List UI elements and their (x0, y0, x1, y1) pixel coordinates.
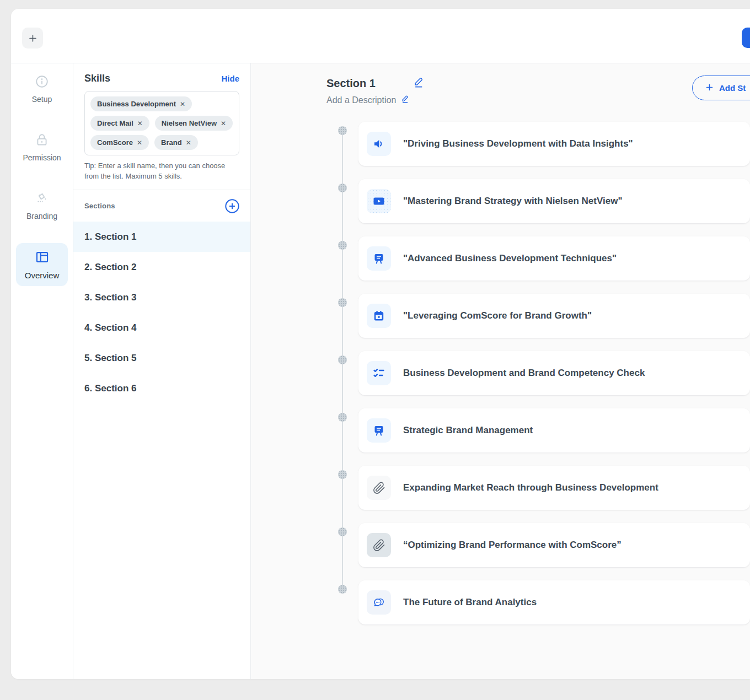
step-title: "Driving Business Development with Data … (403, 138, 633, 149)
timeline-dot (338, 184, 347, 192)
sidebar-item-label: Overview (25, 271, 60, 280)
step-title: "Leveraging ComScore for Brand Growth" (403, 310, 592, 321)
circle-plus-icon[interactable] (224, 198, 240, 214)
step-card[interactable]: "Advanced Business Development Technique… (358, 236, 750, 281)
skill-tag-label: ComScore (97, 138, 133, 147)
timeline-dot (338, 126, 347, 135)
step-title: Business Development and Brand Competenc… (403, 368, 645, 379)
paperclip-icon (367, 476, 391, 500)
remove-skill-icon[interactable]: ✕ (186, 139, 191, 147)
step-row: "Advanced Business Development Technique… (338, 236, 750, 281)
sections-block: Sections 1. Section 1 2. Section 2 3. Se… (73, 190, 250, 403)
step-row: "Driving Business Development with Data … (338, 122, 750, 166)
checklist-icon (367, 361, 391, 385)
section-list-item[interactable]: 6. Section 6 (73, 373, 250, 403)
step-title: Strategic Brand Management (403, 425, 533, 436)
skill-tag[interactable]: ComScore ✕ (90, 135, 149, 150)
step-card[interactable]: “Optimizing Brand Performance with ComSc… (358, 523, 750, 567)
top-bar (11, 9, 750, 63)
section-list-item[interactable]: 4. Section 4 (73, 313, 250, 343)
section-list-item[interactable]: 5. Section 5 (73, 343, 250, 373)
paperclip-icon (367, 533, 391, 557)
content-area: Setup Permission Branding Overview (11, 63, 750, 679)
add-stage-label: Add St (719, 83, 746, 93)
sidebar-item-overview[interactable]: Overview (16, 243, 68, 286)
layout-icon (35, 250, 50, 267)
video-icon (367, 189, 391, 213)
timeline-dot (338, 356, 347, 364)
sidebar-nav: Setup Permission Branding Overview (11, 63, 73, 679)
skill-tag[interactable]: Nielsen NetView ✕ (155, 116, 233, 131)
section-list-item[interactable]: 3. Section 3 (73, 282, 250, 313)
chat-icon (367, 590, 391, 615)
step-row: "Leveraging ComScore for Brand Growth" (338, 294, 750, 338)
skill-tag[interactable]: Direct Mail ✕ (90, 116, 149, 131)
skill-tag-label: Direct Mail (97, 119, 133, 127)
remove-skill-icon[interactable]: ✕ (180, 100, 185, 108)
skill-tag-label: Brand (161, 138, 182, 147)
skill-tag-label: Nielsen NetView (162, 119, 217, 127)
step-row: The Future of Brand Analytics (338, 580, 750, 624)
pencil-icon[interactable] (401, 94, 409, 106)
sidebar-item-permission[interactable]: Permission (16, 126, 68, 168)
section-title: Section 1 (326, 77, 376, 90)
step-row: Strategic Brand Management (338, 408, 750, 453)
hide-skills-link[interactable]: Hide (221, 74, 239, 83)
board-icon (367, 246, 391, 271)
timeline-dot (338, 585, 347, 594)
paint-bucket-icon (35, 191, 49, 208)
step-card[interactable]: The Future of Brand Analytics (358, 580, 750, 624)
skill-tag-label: Business Development (97, 100, 176, 108)
section-list-item[interactable]: 1. Section 1 (73, 222, 250, 252)
lock-icon (35, 133, 49, 149)
sidebar-item-label: Permission (23, 153, 61, 162)
step-card[interactable]: Expanding Market Reach through Business … (358, 466, 750, 510)
step-card[interactable]: "Driving Business Development with Data … (358, 122, 750, 166)
step-card[interactable]: Strategic Brand Management (358, 408, 750, 453)
step-row: “Optimizing Brand Performance with ComSc… (338, 523, 750, 567)
skill-tag[interactable]: Brand ✕ (154, 135, 198, 150)
plus-icon[interactable] (22, 28, 43, 49)
skills-sections-panel: Skills Hide Business Development ✕ Direc… (73, 63, 251, 679)
timeline-dot (338, 241, 347, 250)
step-title: "Mastering Brand Strategy with Nielsen N… (403, 196, 622, 207)
board-icon (367, 418, 391, 443)
skill-tag[interactable]: Business Development ✕ (90, 96, 192, 111)
info-icon (35, 74, 49, 91)
primary-action-button[interactable] (742, 28, 750, 48)
plus-icon (705, 83, 714, 94)
section-description-placeholder[interactable]: Add a Description (326, 95, 396, 105)
timeline-dot (338, 527, 347, 536)
remove-skill-icon[interactable]: ✕ (137, 120, 143, 127)
step-row: Expanding Market Reach through Business … (338, 466, 750, 510)
step-row: "Mastering Brand Strategy with Nielsen N… (338, 179, 750, 223)
sidebar-item-label: Setup (32, 95, 52, 104)
step-title: “Optimizing Brand Performance with ComSc… (403, 540, 622, 551)
sidebar-item-branding[interactable]: Branding (16, 185, 68, 227)
section-detail-main: Section 1 Add a Description (251, 63, 750, 679)
sidebar-item-label: Branding (26, 212, 57, 220)
step-card[interactable]: "Leveraging ComScore for Brand Growth" (358, 294, 750, 338)
audio-icon (367, 132, 391, 156)
add-stage-button[interactable]: Add St (692, 76, 750, 100)
timeline-dot (338, 413, 347, 422)
pencil-icon[interactable] (413, 76, 424, 90)
sections-title: Sections (84, 202, 115, 210)
remove-skill-icon[interactable]: ✕ (137, 139, 142, 147)
sidebar-item-setup[interactable]: Setup (16, 68, 68, 110)
step-title: "Advanced Business Development Technique… (403, 253, 617, 264)
step-card[interactable]: "Mastering Brand Strategy with Nielsen N… (358, 179, 750, 223)
timeline-dot (338, 470, 347, 479)
steps-timeline: "Driving Business Development with Data … (338, 122, 750, 654)
section-list-item[interactable]: 2. Section 2 (73, 252, 250, 282)
step-title: Expanding Market Reach through Business … (403, 482, 658, 493)
app-window: Setup Permission Branding Overview (11, 9, 750, 679)
step-card[interactable]: Business Development and Brand Competenc… (358, 351, 750, 395)
skills-tip-text: Tip: Enter a skill name, then you can ch… (84, 161, 239, 182)
skills-title: Skills (84, 73, 110, 84)
skill-tags-box[interactable]: Business Development ✕ Direct Mail ✕ Nie… (84, 91, 239, 155)
step-title: The Future of Brand Analytics (403, 597, 537, 608)
step-row: Business Development and Brand Competenc… (338, 351, 750, 395)
remove-skill-icon[interactable]: ✕ (221, 120, 226, 127)
timeline-dot (338, 298, 347, 307)
